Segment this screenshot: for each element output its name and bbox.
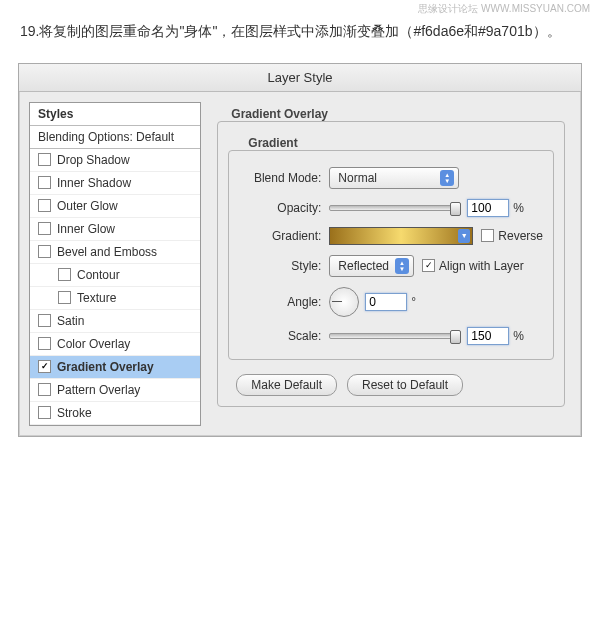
style-checkbox[interactable] bbox=[38, 199, 51, 212]
chevron-down-icon: ▼ bbox=[458, 229, 470, 243]
angle-unit: ° bbox=[411, 295, 416, 309]
reset-default-button[interactable]: Reset to Default bbox=[347, 374, 463, 396]
style-item-label: Stroke bbox=[57, 406, 92, 420]
blend-mode-value: Normal bbox=[338, 171, 377, 185]
style-item-inner-shadow[interactable]: Inner Shadow bbox=[30, 172, 200, 195]
style-checkbox[interactable] bbox=[38, 245, 51, 258]
style-item-drop-shadow[interactable]: Drop Shadow bbox=[30, 149, 200, 172]
style-checkbox[interactable] bbox=[38, 383, 51, 396]
style-item-label: Contour bbox=[77, 268, 120, 282]
section-title: Gradient Overlay bbox=[227, 107, 332, 121]
style-dropdown[interactable]: Reflected ▲▼ bbox=[329, 255, 414, 277]
style-item-label: Pattern Overlay bbox=[57, 383, 140, 397]
gradient-label: Gradient: bbox=[239, 229, 329, 243]
scale-unit: % bbox=[513, 329, 524, 343]
style-checkbox[interactable] bbox=[38, 153, 51, 166]
angle-wheel[interactable] bbox=[329, 287, 359, 317]
dialog-title: Layer Style bbox=[19, 64, 581, 92]
style-item-bevel-and-emboss[interactable]: Bevel and Emboss bbox=[30, 241, 200, 264]
dropdown-arrows-icon: ▲▼ bbox=[440, 170, 454, 186]
opacity-input[interactable] bbox=[467, 199, 509, 217]
style-item-label: Inner Shadow bbox=[57, 176, 131, 190]
align-checkbox[interactable] bbox=[422, 259, 435, 272]
dropdown-arrows-icon: ▲▼ bbox=[395, 258, 409, 274]
style-item-label: Gradient Overlay bbox=[57, 360, 154, 374]
scale-input[interactable] bbox=[467, 327, 509, 345]
style-value: Reflected bbox=[338, 259, 389, 273]
style-item-label: Texture bbox=[77, 291, 116, 305]
style-item-label: Bevel and Emboss bbox=[57, 245, 157, 259]
angle-label: Angle: bbox=[239, 295, 329, 309]
opacity-label: Opacity: bbox=[239, 201, 329, 215]
style-item-label: Outer Glow bbox=[57, 199, 118, 213]
angle-input[interactable] bbox=[365, 293, 407, 311]
slider-thumb[interactable] bbox=[450, 330, 461, 344]
style-checkbox[interactable] bbox=[58, 291, 71, 304]
style-item-inner-glow[interactable]: Inner Glow bbox=[30, 218, 200, 241]
style-item-satin[interactable]: Satin bbox=[30, 310, 200, 333]
blend-mode-label: Blend Mode: bbox=[239, 171, 329, 185]
reverse-checkbox[interactable] bbox=[481, 229, 494, 242]
style-checkbox[interactable] bbox=[38, 360, 51, 373]
opacity-unit: % bbox=[513, 201, 524, 215]
make-default-button[interactable]: Make Default bbox=[236, 374, 337, 396]
layer-style-dialog: Layer Style Styles Blending Options: Def… bbox=[18, 63, 582, 437]
style-item-outer-glow[interactable]: Outer Glow bbox=[30, 195, 200, 218]
style-item-color-overlay[interactable]: Color Overlay bbox=[30, 333, 200, 356]
style-checkbox[interactable] bbox=[38, 176, 51, 189]
style-checkbox[interactable] bbox=[38, 406, 51, 419]
blending-options[interactable]: Blending Options: Default bbox=[30, 126, 200, 149]
opacity-slider[interactable] bbox=[329, 205, 461, 211]
style-item-label: Inner Glow bbox=[57, 222, 115, 236]
style-item-label: Color Overlay bbox=[57, 337, 130, 351]
scale-label: Scale: bbox=[239, 329, 329, 343]
blend-mode-dropdown[interactable]: Normal ▲▼ bbox=[329, 167, 459, 189]
style-item-pattern-overlay[interactable]: Pattern Overlay bbox=[30, 379, 200, 402]
style-item-gradient-overlay[interactable]: Gradient Overlay bbox=[30, 356, 200, 379]
inner-title: Gradient bbox=[244, 136, 301, 150]
style-checkbox[interactable] bbox=[38, 314, 51, 327]
style-item-label: Satin bbox=[57, 314, 84, 328]
style-item-texture[interactable]: Texture bbox=[30, 287, 200, 310]
scale-slider[interactable] bbox=[329, 333, 461, 339]
align-label: Align with Layer bbox=[439, 259, 524, 273]
style-checkbox[interactable] bbox=[38, 337, 51, 350]
styles-panel: Styles Blending Options: Default Drop Sh… bbox=[29, 102, 201, 426]
reverse-label: Reverse bbox=[498, 229, 543, 243]
slider-thumb[interactable] bbox=[450, 202, 461, 216]
gradient-swatch[interactable]: ▼ bbox=[329, 227, 473, 245]
style-item-contour[interactable]: Contour bbox=[30, 264, 200, 287]
style-checkbox[interactable] bbox=[58, 268, 71, 281]
style-item-label: Drop Shadow bbox=[57, 153, 130, 167]
watermark: 思缘设计论坛 WWW.MISSYUAN.COM bbox=[418, 2, 590, 16]
gradient-overlay-panel: Gradient Overlay Gradient Blend Mode: No… bbox=[211, 102, 571, 426]
style-label: Style: bbox=[239, 259, 329, 273]
style-item-stroke[interactable]: Stroke bbox=[30, 402, 200, 425]
style-checkbox[interactable] bbox=[38, 222, 51, 235]
styles-header[interactable]: Styles bbox=[30, 103, 200, 126]
